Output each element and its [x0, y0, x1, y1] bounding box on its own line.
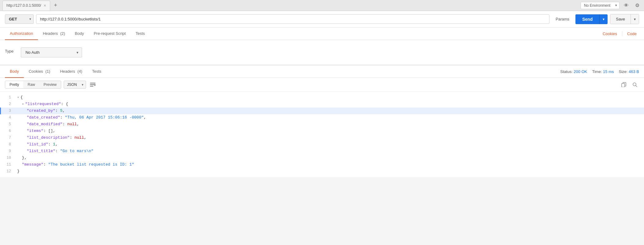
token-comma: , — [144, 115, 146, 120]
token-brace: { — [66, 102, 68, 106]
wrap-lines-icon[interactable] — [88, 80, 97, 89]
view-preview-button[interactable]: Preview — [39, 81, 61, 88]
token-brace: } — [17, 169, 20, 174]
url-input[interactable] — [36, 14, 549, 24]
line-number: 6 — [0, 128, 15, 134]
gear-icon: ⚙ — [635, 2, 639, 8]
save-group: Save ▾ — [610, 14, 639, 24]
search-icon-button[interactable] — [631, 80, 639, 89]
response-tabs: Body Cookies (1) Headers (4) Tests Statu… — [0, 65, 644, 78]
line-number: 5 — [0, 121, 15, 128]
token-colon: : — [55, 108, 60, 113]
send-button[interactable]: Send — [575, 14, 599, 24]
response-area: Body Cookies (1) Headers (4) Tests Statu… — [0, 65, 644, 177]
new-tab-button[interactable]: + — [51, 1, 60, 10]
line-content: "created_by": 5, — [15, 108, 644, 114]
code-link[interactable]: Code — [625, 28, 639, 40]
time-value: 15 ms — [603, 69, 614, 74]
token-colon: : — [43, 162, 48, 167]
auth-type-wrapper: No Auth Bearer Token Basic Auth API Key … — [21, 47, 82, 57]
tab-body[interactable]: Body — [70, 27, 89, 40]
format-select[interactable]: JSON XML HTML Text — [64, 81, 86, 89]
line-content: ▾"listrequested": { — [15, 101, 644, 108]
time-label: Time: 15 ms — [592, 69, 614, 74]
tab-bar: http://127.0.0.1:5000/ × + No Environmen… — [0, 0, 644, 11]
code-line: 2 ▾"listrequested": { — [0, 101, 644, 108]
save-dropdown-button[interactable]: ▾ — [631, 14, 639, 24]
url-bar: GET POST PUT DELETE PATCH Params Send ▾ … — [0, 11, 644, 27]
req-tab-right: Cookies Code — [600, 28, 639, 40]
size-value: 463 B — [629, 69, 639, 74]
line-content: } — [15, 168, 644, 175]
line-number: 3 — [0, 108, 15, 114]
collapse-arrow-2[interactable]: ▾ — [22, 102, 24, 106]
line-content: "items": [], — [15, 128, 644, 134]
code-line: 10 }, — [0, 155, 644, 161]
tab-prerequest-label: Pre-request Script — [94, 31, 126, 36]
params-button[interactable]: Params — [552, 15, 573, 24]
browser-tab[interactable]: http://127.0.0.1:5000/ × — [2, 1, 50, 10]
line-content: "list_description": null, — [15, 134, 644, 141]
resp-tab-body[interactable]: Body — [5, 65, 24, 78]
token-colon: : — [43, 129, 48, 133]
line-content: "list_title": "Go to mars\n" — [15, 148, 644, 155]
token-colon: : — [55, 149, 60, 153]
size-label: Size: 463 B — [619, 69, 639, 74]
tab-headers-label: Headers — [43, 31, 58, 36]
response-meta: Status: 200 OK Time: 15 ms Size: 463 B — [560, 69, 639, 74]
line-number: 9 — [0, 148, 15, 155]
token-colon: : — [70, 135, 75, 140]
auth-section: Type No Auth Bearer Token Basic Auth API… — [0, 40, 644, 65]
token-colon: : — [62, 122, 67, 126]
status-value: 200 OK — [574, 69, 587, 74]
cookies-resp-badge: (1) — [45, 69, 50, 74]
collapse-arrow-1[interactable]: ▾ — [17, 96, 19, 99]
tab-tests-label: Tests — [136, 31, 145, 36]
tab-headers[interactable]: Headers (2) — [38, 27, 70, 40]
auth-type-select[interactable]: No Auth Bearer Token Basic Auth API Key … — [21, 47, 82, 57]
method-select[interactable]: GET POST PUT DELETE PATCH — [5, 14, 34, 24]
token-key: "list_title" — [27, 149, 55, 153]
code-line: 12} — [0, 168, 644, 175]
code-line: 3 "created_by": 5, — [0, 108, 644, 114]
env-select[interactable]: No Environment — [581, 2, 620, 9]
send-dropdown-button[interactable]: ▾ — [599, 14, 608, 24]
token-string: "Thu, 06 Apr 2017 15:06:16 -0000" — [65, 115, 144, 120]
tab-authorization[interactable]: Authorization — [5, 27, 38, 40]
token-number: 1 — [53, 142, 55, 147]
resp-tab-headers[interactable]: Headers (4) — [55, 65, 87, 78]
tab-tests[interactable]: Tests — [131, 27, 150, 40]
cookies-link[interactable]: Cookies — [600, 28, 620, 40]
resp-tab-tests[interactable]: Tests — [87, 65, 106, 78]
line-number: 12 — [0, 168, 15, 175]
gear-icon-button[interactable]: ⚙ — [633, 1, 642, 10]
resp-tab-cookies[interactable]: Cookies (1) — [24, 65, 55, 78]
eye-icon-button[interactable]: 👁 — [622, 1, 631, 10]
tab-close-icon[interactable]: × — [43, 3, 46, 8]
code-viewer: 1▾{2 ▾"listrequested": {3 "created_by": … — [0, 92, 644, 177]
line-number: 4 — [0, 114, 15, 121]
view-raw-button[interactable]: Raw — [23, 81, 39, 88]
token-null: null — [74, 135, 84, 140]
code-line: 4 "date_created": "Thu, 06 Apr 2017 15:0… — [0, 114, 644, 121]
env-select-wrapper: No Environment — [581, 2, 620, 9]
divider — [622, 31, 622, 36]
token-key: "listrequested" — [25, 102, 61, 106]
token-colon: : — [60, 115, 65, 120]
token-bracket: [] — [48, 129, 53, 133]
line-number: 2 — [0, 101, 15, 108]
view-pretty-button[interactable]: Pretty — [5, 81, 23, 88]
token-key: "date_created" — [27, 115, 60, 120]
tab-prerequest[interactable]: Pre-request Script — [89, 27, 131, 40]
token-key: "items" — [27, 129, 43, 133]
token-key: "date_modified" — [27, 122, 62, 126]
token-comma: , — [84, 135, 86, 140]
method-select-wrapper: GET POST PUT DELETE PATCH — [5, 14, 34, 24]
line-number: 10 — [0, 155, 15, 161]
format-bar-right — [620, 80, 639, 89]
copy-icon-button[interactable] — [620, 80, 628, 89]
token-brace: { — [21, 95, 23, 100]
format-select-wrapper: JSON XML HTML Text — [64, 81, 86, 89]
tab-authorization-label: Authorization — [10, 31, 33, 36]
save-button[interactable]: Save — [610, 14, 631, 24]
